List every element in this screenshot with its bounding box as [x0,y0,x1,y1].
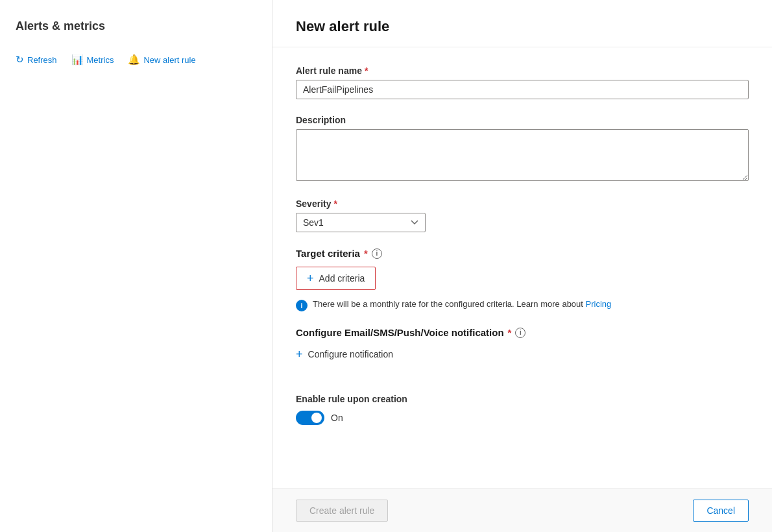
add-criteria-button[interactable]: + Add criteria [296,267,376,290]
description-textarea[interactable] [296,129,749,181]
description-group: Description [296,115,749,183]
alert-icon: 🔔 [128,54,140,66]
toggle-on-label: On [331,413,343,423]
toggle-row: On [296,411,749,425]
enable-rule-label: Enable rule upon creation [296,394,749,404]
new-alert-button[interactable]: 🔔 New alert rule [123,50,200,69]
main-panel: New alert rule Alert rule name * Descrip… [272,0,772,532]
notification-group: Configure Email/SMS/Push/Voice notificat… [296,327,749,378]
configure-notification-button[interactable]: + Configure notification [296,346,393,363]
sidebar-toolbar: ↻ Refresh 📊 Metrics 🔔 New alert rule [0,46,272,73]
target-criteria-info-icon: i [372,248,382,259]
main-footer: Create alert rule Cancel [272,489,772,532]
target-criteria-title: Target criteria * i [296,248,749,259]
refresh-icon: ↻ [16,54,24,66]
notification-title: Configure Email/SMS/Push/Voice notificat… [296,327,749,338]
metrics-button[interactable]: 📊 Metrics [66,50,119,69]
pricing-link[interactable]: Pricing [586,299,612,309]
severity-required: * [333,199,337,209]
required-indicator: * [365,66,368,76]
plus-icon: + [307,272,314,284]
notification-required: * [508,327,512,338]
notification-info-icon: i [515,328,525,338]
alert-rule-name-label: Alert rule name * [296,66,749,76]
info-banner: i There will be a monthly rate for the c… [296,299,749,311]
alert-rule-name-input[interactable] [296,80,749,99]
sidebar: Alerts & metrics ↻ Refresh 📊 Metrics 🔔 N… [0,0,272,532]
info-circle-icon: i [296,300,308,311]
main-header: New alert rule [272,0,772,47]
metrics-icon: 📊 [71,54,84,66]
alert-rule-name-group: Alert rule name * [296,66,749,99]
target-criteria-group: Target criteria * i + Add criteria i The… [296,248,749,311]
toggle-thumb [311,413,322,423]
refresh-button[interactable]: ↻ Refresh [10,50,62,69]
target-criteria-required: * [364,248,368,259]
sidebar-title: Alerts & metrics [0,13,272,46]
severity-group: Severity * Sev0 Sev1 Sev2 Sev3 Sev4 [296,199,749,232]
cancel-button[interactable]: Cancel [693,500,749,522]
description-label: Description [296,115,749,125]
configure-plus-icon: + [296,348,303,360]
create-alert-rule-button[interactable]: Create alert rule [296,500,388,522]
enable-toggle[interactable] [296,411,324,425]
severity-select[interactable]: Sev0 Sev1 Sev2 Sev3 Sev4 [296,213,426,232]
page-title: New alert rule [296,18,749,35]
main-body: Alert rule name * Description Severity *… [272,47,772,489]
enable-rule-section: Enable rule upon creation On [296,394,749,425]
severity-label: Severity * [296,199,749,209]
